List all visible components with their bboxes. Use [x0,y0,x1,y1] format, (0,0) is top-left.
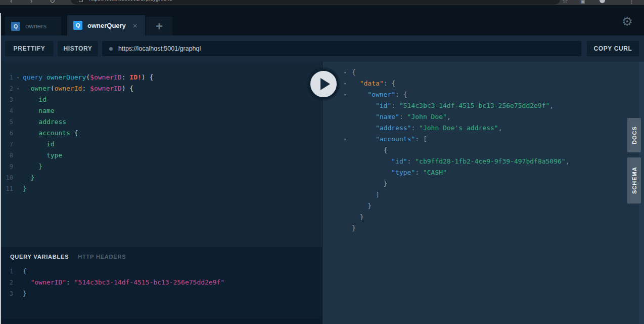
fold-arrow-spacer [13,94,23,105]
schema-tab[interactable]: SCHEMA [627,157,641,204]
fold-arrow-icon[interactable]: ▾ [344,67,352,78]
code-token: } [31,172,35,183]
code-token: "ownerID" [31,277,66,288]
fold-arrow-icon[interactable]: ▾ [344,134,352,145]
code-token: } [352,178,387,189]
line-number: 6 [0,128,13,139]
code-line: 3} [0,288,322,299]
code-token: "type" [391,167,415,178]
tab-query-variables[interactable]: QUERY VARIABLES [10,254,69,260]
query-variables-pane: QUERY VARIABLES HTTP HEADERS 1{2 "ownerI… [0,247,322,319]
code-token: "owner" [367,89,395,100]
tab-owner-query[interactable]: Q ownerQuery × [67,15,145,35]
execute-query-button[interactable] [308,69,339,99]
code-token [23,105,38,116]
close-tab-icon[interactable]: × [133,21,137,30]
browser-address-bar[interactable]: https://localhost:5001/ui/playground [71,0,560,5]
code-token: , [498,123,502,134]
code-line: } [344,223,644,234]
new-tab-button[interactable]: + [146,17,172,35]
browser-chrome: ‹ › ↻ https://localhost:5001/ui/playgrou… [0,0,644,5]
code-token: } [352,200,372,212]
plus-icon: + [156,20,163,32]
code-line: "address": "John Doe's address", [344,123,644,134]
extension-icon[interactable]: ▣ [580,0,585,4]
endpoint-url-field[interactable]: https://localhost:5001/graphql [102,41,581,56]
endpoint-status-dot [109,47,113,51]
code-token: "id" [376,100,391,111]
fold-arrow-spacer [344,156,352,167]
code-line: 2▾ owner(ownerId: $ownerID) { [0,83,322,94]
code-token: "id" [391,156,407,167]
query-editor-code[interactable]: 1▾query ownerQuery($ownerID: ID!) {2▾ ow… [0,62,322,194]
fold-arrow-icon[interactable]: ▾ [344,89,352,100]
code-token [352,123,376,134]
query-badge-icon: Q [73,21,82,30]
docs-tab[interactable]: DOCS [627,118,641,152]
variables-header: QUERY VARIABLES HTTP HEADERS [0,247,322,260]
fold-arrow-spacer [13,116,23,128]
browser-menu-icon[interactable]: ⋮ [628,0,635,5]
code-line: 8 type [0,150,322,161]
fold-arrow-spacer [13,128,23,139]
code-line: 11} [0,183,322,194]
fold-arrow-icon[interactable]: ▾ [344,78,352,89]
tab-owners[interactable]: Q owners [5,17,61,35]
code-token: { [352,67,356,78]
line-number: 1 [0,266,13,277]
code-line: ] [344,189,644,200]
query-variables-editor[interactable]: 1{2 "ownerID": "514c3bc3-14df-4515-bc13-… [0,266,322,299]
editor-horizontal-scrollbar[interactable] [0,319,322,324]
fold-arrow-spacer [13,183,23,194]
code-token: owner [31,83,51,94]
code-line: 10 } [0,172,322,183]
code-token [352,100,376,111]
code-token: } [352,212,363,223]
code-line: 9 } [0,161,322,172]
code-token: "John Doe's address" [419,123,498,134]
code-token [352,134,376,145]
playground-toolbar: PRETTIFY HISTORY https://localhost:5001/… [0,35,644,62]
code-token: : [407,156,416,167]
prettify-button[interactable]: PRETTIFY [5,41,54,56]
code-token: accounts [38,128,74,139]
code-line: 4 name [0,105,322,116]
code-token: : [411,123,419,134]
settings-gear-icon[interactable]: ⚙ [622,14,633,29]
code-token: : [122,72,130,83]
fold-arrow-spacer [13,161,23,172]
browser-refresh-icon[interactable]: ↻ [50,0,55,5]
code-token [23,139,47,150]
browser-forward-icon[interactable]: › [30,0,32,5]
fold-arrow-spacer [13,266,23,277]
code-token: : [82,83,90,94]
code-line: ▾ "data": { [344,78,644,89]
line-number: 10 [0,172,13,183]
code-line: } [344,200,644,212]
response-pane[interactable]: ▾{▾ "data": {▾ "owner": { "id": "514c3bc… [322,62,639,324]
fold-arrow-icon[interactable]: ▾ [13,72,23,83]
browser-back-icon[interactable]: ‹ [10,0,12,5]
code-token [352,78,360,89]
code-token: "cb9ffd28-1fb2-4ce9-9f39-497bdf8a5096" [415,156,565,167]
window-edge [0,13,1,324]
bookmark-star-icon[interactable]: ☆ [562,0,568,5]
code-token [352,167,391,178]
tab-http-headers[interactable]: HTTP HEADERS [78,254,126,260]
code-token [23,277,31,288]
code-line: 1▾query ownerQuery($ownerID: ID!) { [0,72,322,83]
fold-arrow-icon[interactable]: ▾ [13,83,23,94]
code-line: "id": "cb9ffd28-1fb2-4ce9-9f39-497bdf8a5… [344,156,644,167]
line-number: 3 [0,94,13,105]
line-number: 4 [0,105,13,116]
code-line: 3 id [0,94,322,105]
code-token: } [23,288,27,299]
copy-curl-button[interactable]: COPY CURL [587,41,639,56]
fold-arrow-spacer [13,139,23,150]
query-editor-pane[interactable]: 1▾query ownerQuery($ownerID: ID!) {2▾ ow… [0,62,322,324]
code-token: id [38,94,47,105]
code-token [352,89,367,100]
code-token: ( [86,72,90,83]
history-button[interactable]: HISTORY [58,41,98,56]
browser-avatar[interactable] [600,0,605,3]
